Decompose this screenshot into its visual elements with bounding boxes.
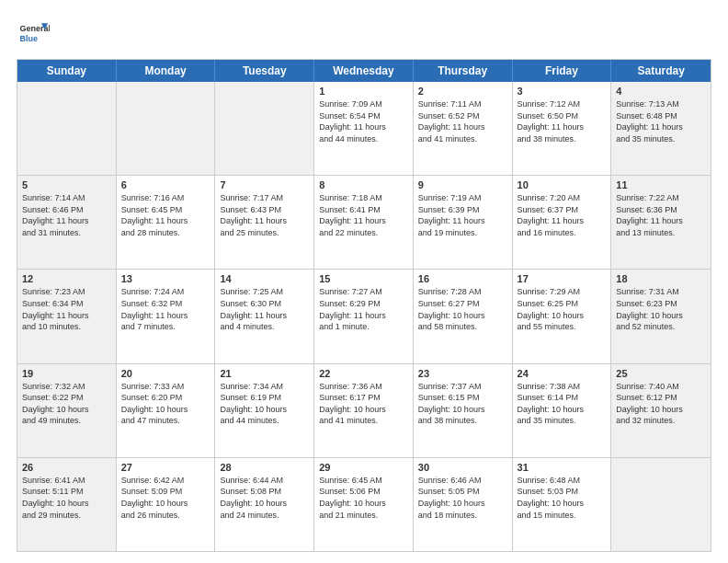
day-info: Sunrise: 7:24 AM Sunset: 6:32 PM Dayligh…	[121, 286, 210, 332]
day-cell-12: 12Sunrise: 7:23 AM Sunset: 6:34 PM Dayli…	[17, 270, 117, 362]
calendar-header: SundayMondayTuesdayWednesdayThursdayFrid…	[17, 60, 711, 82]
day-info: Sunrise: 7:34 AM Sunset: 6:19 PM Dayligh…	[220, 381, 309, 427]
day-number: 25	[616, 368, 706, 379]
day-info: Sunrise: 7:33 AM Sunset: 6:20 PM Dayligh…	[121, 381, 210, 427]
empty-cell	[215, 82, 314, 175]
day-number: 20	[121, 368, 210, 379]
day-cell-16: 16Sunrise: 7:28 AM Sunset: 6:27 PM Dayli…	[414, 270, 513, 362]
day-cell-20: 20Sunrise: 7:33 AM Sunset: 6:20 PM Dayli…	[117, 364, 216, 457]
day-number: 9	[418, 179, 507, 190]
day-cell-28: 28Sunrise: 6:44 AM Sunset: 5:08 PM Dayli…	[215, 458, 314, 551]
day-cell-2: 2Sunrise: 7:11 AM Sunset: 6:52 PM Daylig…	[414, 82, 513, 175]
day-cell-7: 7Sunrise: 7:17 AM Sunset: 6:43 PM Daylig…	[215, 176, 314, 269]
day-info: Sunrise: 7:22 AM Sunset: 6:36 PM Dayligh…	[616, 192, 706, 238]
header-day-saturday: Saturday	[611, 60, 711, 82]
day-cell-25: 25Sunrise: 7:40 AM Sunset: 6:12 PM Dayli…	[611, 364, 711, 457]
day-cell-10: 10Sunrise: 7:20 AM Sunset: 6:37 PM Dayli…	[513, 176, 612, 269]
day-number: 16	[418, 273, 507, 284]
week-row-1: 1Sunrise: 7:09 AM Sunset: 6:54 PM Daylig…	[17, 82, 711, 176]
calendar-body: 1Sunrise: 7:09 AM Sunset: 6:54 PM Daylig…	[17, 82, 711, 551]
day-number: 5	[22, 179, 111, 190]
day-info: Sunrise: 7:09 AM Sunset: 6:54 PM Dayligh…	[319, 98, 408, 144]
day-info: Sunrise: 6:46 AM Sunset: 5:05 PM Dayligh…	[418, 475, 507, 521]
day-number: 21	[220, 368, 309, 379]
day-number: 28	[220, 462, 309, 473]
day-number: 6	[121, 179, 210, 190]
logo-icon: General Blue	[17, 17, 50, 50]
day-info: Sunrise: 7:25 AM Sunset: 6:30 PM Dayligh…	[220, 286, 309, 332]
day-number: 29	[319, 462, 408, 473]
day-number: 4	[616, 86, 706, 97]
day-number: 30	[418, 462, 507, 473]
day-cell-21: 21Sunrise: 7:34 AM Sunset: 6:19 PM Dayli…	[215, 364, 314, 457]
week-row-4: 19Sunrise: 7:32 AM Sunset: 6:22 PM Dayli…	[17, 364, 711, 458]
day-cell-3: 3Sunrise: 7:12 AM Sunset: 6:50 PM Daylig…	[513, 82, 612, 175]
logo: General Blue	[17, 17, 53, 50]
day-info: Sunrise: 7:13 AM Sunset: 6:48 PM Dayligh…	[616, 98, 706, 144]
day-number: 31	[518, 462, 607, 473]
day-number: 10	[518, 179, 607, 190]
day-number: 17	[518, 273, 607, 284]
day-info: Sunrise: 6:42 AM Sunset: 5:09 PM Dayligh…	[121, 475, 210, 521]
page: General Blue SundayMondayTuesdayWednesda…	[0, 0, 728, 563]
day-cell-17: 17Sunrise: 7:29 AM Sunset: 6:25 PM Dayli…	[513, 270, 612, 362]
day-cell-22: 22Sunrise: 7:36 AM Sunset: 6:17 PM Dayli…	[314, 364, 414, 457]
day-info: Sunrise: 6:41 AM Sunset: 5:11 PM Dayligh…	[22, 475, 111, 521]
day-cell-31: 31Sunrise: 6:48 AM Sunset: 5:03 PM Dayli…	[513, 458, 612, 551]
day-info: Sunrise: 7:37 AM Sunset: 6:15 PM Dayligh…	[418, 381, 507, 427]
day-cell-1: 1Sunrise: 7:09 AM Sunset: 6:54 PM Daylig…	[314, 82, 414, 175]
day-info: Sunrise: 6:45 AM Sunset: 5:06 PM Dayligh…	[319, 475, 408, 521]
day-info: Sunrise: 7:18 AM Sunset: 6:41 PM Dayligh…	[319, 192, 408, 238]
day-number: 12	[22, 273, 111, 284]
day-info: Sunrise: 7:12 AM Sunset: 6:50 PM Dayligh…	[518, 98, 607, 144]
week-row-5: 26Sunrise: 6:41 AM Sunset: 5:11 PM Dayli…	[17, 458, 711, 551]
day-cell-8: 8Sunrise: 7:18 AM Sunset: 6:41 PM Daylig…	[314, 176, 414, 269]
empty-cell	[611, 458, 711, 551]
day-number: 1	[319, 86, 408, 97]
day-cell-27: 27Sunrise: 6:42 AM Sunset: 5:09 PM Dayli…	[117, 458, 216, 551]
day-cell-26: 26Sunrise: 6:41 AM Sunset: 5:11 PM Dayli…	[17, 458, 117, 551]
day-info: Sunrise: 7:16 AM Sunset: 6:45 PM Dayligh…	[121, 192, 210, 238]
day-number: 8	[319, 179, 408, 190]
day-info: Sunrise: 7:38 AM Sunset: 6:14 PM Dayligh…	[518, 381, 607, 427]
day-info: Sunrise: 7:17 AM Sunset: 6:43 PM Dayligh…	[220, 192, 309, 238]
day-info: Sunrise: 7:29 AM Sunset: 6:25 PM Dayligh…	[518, 286, 607, 332]
day-info: Sunrise: 7:14 AM Sunset: 6:46 PM Dayligh…	[22, 192, 111, 238]
day-cell-9: 9Sunrise: 7:19 AM Sunset: 6:39 PM Daylig…	[414, 176, 513, 269]
day-number: 14	[220, 273, 309, 284]
day-cell-29: 29Sunrise: 6:45 AM Sunset: 5:06 PM Dayli…	[314, 458, 414, 551]
day-number: 3	[518, 86, 607, 97]
header-day-sunday: Sunday	[17, 60, 117, 82]
empty-cell	[117, 82, 216, 175]
day-info: Sunrise: 7:28 AM Sunset: 6:27 PM Dayligh…	[418, 286, 507, 332]
svg-text:Blue: Blue	[20, 34, 39, 43]
day-number: 7	[220, 179, 309, 190]
day-info: Sunrise: 7:19 AM Sunset: 6:39 PM Dayligh…	[418, 192, 507, 238]
day-cell-4: 4Sunrise: 7:13 AM Sunset: 6:48 PM Daylig…	[611, 82, 711, 175]
day-info: Sunrise: 7:40 AM Sunset: 6:12 PM Dayligh…	[616, 381, 706, 427]
header-day-tuesday: Tuesday	[215, 60, 314, 82]
day-info: Sunrise: 7:27 AM Sunset: 6:29 PM Dayligh…	[319, 286, 408, 332]
day-cell-19: 19Sunrise: 7:32 AM Sunset: 6:22 PM Dayli…	[17, 364, 117, 457]
day-number: 22	[319, 368, 408, 379]
day-info: Sunrise: 7:20 AM Sunset: 6:37 PM Dayligh…	[518, 192, 607, 238]
day-number: 18	[616, 273, 706, 284]
day-number: 11	[616, 179, 706, 190]
day-cell-23: 23Sunrise: 7:37 AM Sunset: 6:15 PM Dayli…	[414, 364, 513, 457]
day-cell-6: 6Sunrise: 7:16 AM Sunset: 6:45 PM Daylig…	[117, 176, 216, 269]
day-number: 2	[418, 86, 507, 97]
day-number: 19	[22, 368, 111, 379]
day-cell-30: 30Sunrise: 6:46 AM Sunset: 5:05 PM Dayli…	[414, 458, 513, 551]
header-day-monday: Monday	[117, 60, 216, 82]
day-number: 27	[121, 462, 210, 473]
header-day-friday: Friday	[513, 60, 612, 82]
day-number: 24	[518, 368, 607, 379]
header: General Blue	[17, 17, 711, 50]
day-info: Sunrise: 7:23 AM Sunset: 6:34 PM Dayligh…	[22, 286, 111, 332]
day-number: 26	[22, 462, 111, 473]
week-row-2: 5Sunrise: 7:14 AM Sunset: 6:46 PM Daylig…	[17, 176, 711, 270]
day-info: Sunrise: 7:11 AM Sunset: 6:52 PM Dayligh…	[418, 98, 507, 144]
day-cell-24: 24Sunrise: 7:38 AM Sunset: 6:14 PM Dayli…	[513, 364, 612, 457]
header-day-thursday: Thursday	[414, 60, 513, 82]
empty-cell	[17, 82, 117, 175]
